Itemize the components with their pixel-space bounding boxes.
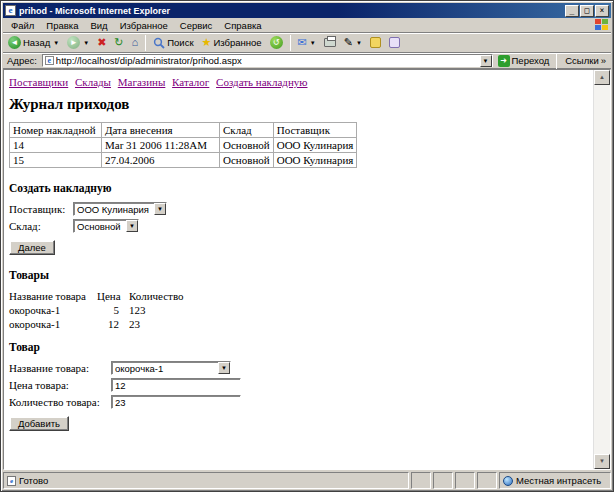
journal-header-row: Номер накладной Дата внесения Склад Пост… (10, 123, 357, 138)
links-chevron-icon: » (601, 55, 606, 66)
edit-button[interactable]: ✎ ▼ (341, 35, 365, 50)
status-text: Готово (19, 475, 48, 486)
messenger-button[interactable] (367, 36, 384, 49)
chevron-down-icon[interactable]: ▼ (154, 203, 166, 215)
print-icon (324, 38, 336, 47)
address-dropdown-icon[interactable]: ▼ (480, 55, 492, 67)
page-nav-links: Поставщики Склады Магазины Каталог Созда… (9, 76, 593, 88)
menu-favorites[interactable]: Избранное (114, 19, 174, 32)
address-field: e ▼ (42, 54, 493, 67)
forward-button[interactable]: ► ▼ (64, 35, 92, 50)
intranet-globe-icon (503, 476, 513, 486)
go-arrow-icon: ➜ (498, 55, 510, 67)
add-button[interactable]: Добавить (9, 416, 69, 431)
warehouse-select-value: Основной (74, 221, 126, 232)
mail-icon: ✉ (298, 36, 307, 49)
status-pane (411, 472, 431, 489)
refresh-icon: ↻ (114, 36, 123, 49)
status-bar: e Готово Местная интрасеть (3, 470, 611, 489)
table-row: 14 Mar 31 2006 11:28AM Основной ООО Кули… (10, 138, 357, 153)
content-area: Поставщики Склады Магазины Каталог Созда… (3, 69, 611, 470)
windows-logo-icon (595, 19, 608, 31)
table-row: 15 27.04.2006 Основной ООО Кулинария (10, 153, 357, 168)
status-ready-pane: e Готово (3, 472, 409, 489)
nav-link-shops[interactable]: Магазины (118, 76, 166, 88)
print-button[interactable] (321, 37, 339, 48)
nav-link-create-invoice[interactable]: Создать накладную (216, 76, 307, 88)
vertical-scrollbar[interactable]: ▲ ▼ (593, 70, 610, 469)
scroll-down-icon[interactable]: ▼ (594, 454, 610, 469)
discuss-button[interactable] (386, 36, 403, 49)
back-icon: ◄ (8, 36, 21, 49)
edit-dropdown-icon[interactable]: ▼ (356, 40, 362, 46)
chevron-down-icon[interactable]: ▼ (126, 220, 138, 232)
back-label: Назад (23, 37, 50, 48)
document-icon: e (7, 476, 16, 486)
toolbar: ◄ Назад ▼ ► ▼ ✖ ↻ ⌂ Поиск ★ Избранное ↺ (3, 33, 611, 53)
nav-link-suppliers[interactable]: Поставщики (9, 76, 68, 88)
status-pane (433, 472, 453, 489)
close-button[interactable]: × (595, 5, 609, 17)
links-button[interactable]: Ссылки » (562, 55, 609, 66)
mail-dropdown-icon[interactable]: ▼ (310, 40, 316, 46)
menu-help[interactable]: Справка (218, 19, 267, 32)
search-button[interactable]: Поиск (150, 36, 196, 50)
products-col-qty: Количество (129, 289, 199, 303)
products-col-name: Название товара (9, 289, 97, 303)
table-row: окорочка-1 5 123 (9, 303, 199, 317)
supplier-select-value: ООО Кулинария (74, 204, 154, 215)
menu-tools[interactable]: Сервис (174, 19, 219, 32)
product-qty-input[interactable] (111, 395, 241, 409)
go-button[interactable]: ➜ Переход (496, 55, 552, 67)
title-bar: e prihod - Microsoft Internet Explorer _… (3, 3, 611, 18)
favorites-star-icon: ★ (202, 36, 212, 49)
products-col-price: Цена (97, 289, 129, 303)
menu-edit[interactable]: Правка (40, 19, 84, 32)
journal-col-supplier: Поставщик (273, 123, 357, 138)
product-price-input[interactable] (111, 378, 241, 392)
product-name-select[interactable]: окорочка-1 ▼ (111, 361, 231, 375)
supplier-select[interactable]: ООО Кулинария ▼ (73, 202, 167, 216)
warehouse-row: Склад: Основной ▼ (9, 219, 593, 233)
edit-icon: ✎ (344, 36, 353, 49)
messenger-icon (370, 37, 381, 48)
mail-button[interactable]: ✉ ▼ (295, 35, 319, 50)
address-input[interactable] (56, 55, 480, 66)
history-button[interactable]: ↺ (267, 35, 286, 50)
address-bar: Адрес: e ▼ ➜ Переход Ссылки » (3, 53, 611, 69)
journal-table: Номер накладной Дата внесения Склад Пост… (9, 122, 357, 168)
back-dropdown-icon[interactable]: ▼ (53, 40, 59, 46)
supplier-row: Поставщик: ООО Кулинария ▼ (9, 202, 593, 216)
table-row: окорочка-1 12 23 (9, 317, 199, 331)
refresh-button[interactable]: ↻ (111, 35, 126, 50)
status-pane (477, 472, 497, 489)
forward-dropdown-icon[interactable]: ▼ (83, 40, 89, 46)
warehouse-select[interactable]: Основной ▼ (73, 219, 139, 233)
nav-link-warehouses[interactable]: Склады (75, 76, 111, 88)
maximize-button[interactable]: □ (580, 5, 594, 17)
product-price-row: Цена товара: (9, 378, 593, 392)
product-qty-label: Количество товара: (9, 396, 111, 408)
favorites-button[interactable]: ★ Избранное (199, 35, 265, 50)
search-icon (153, 37, 165, 49)
browser-window: e prihod - Microsoft Internet Explorer _… (0, 0, 614, 492)
favorites-label: Избранное (213, 37, 261, 48)
addressbar-separator (556, 53, 557, 69)
search-label: Поиск (167, 37, 193, 48)
product-qty-row: Количество товара: (9, 395, 593, 409)
scroll-up-icon[interactable]: ▲ (594, 70, 610, 85)
back-button[interactable]: ◄ Назад ▼ (5, 35, 62, 50)
security-zone-label: Местная интрасеть (516, 475, 601, 486)
chevron-down-icon[interactable]: ▼ (218, 362, 230, 374)
product-name-row: Название товара: окорочка-1 ▼ (9, 361, 593, 375)
stop-button[interactable]: ✖ (94, 35, 109, 50)
go-label: Переход (512, 55, 550, 66)
menu-view[interactable]: Вид (84, 19, 113, 32)
home-button[interactable]: ⌂ (129, 35, 142, 50)
menu-file[interactable]: Файл (5, 19, 40, 32)
minimize-button[interactable]: _ (565, 5, 579, 17)
next-button[interactable]: Далее (9, 240, 55, 255)
nav-link-catalog[interactable]: Каталог (172, 76, 209, 88)
menu-bar: Файл Правка Вид Избранное Сервис Справка (3, 18, 611, 33)
web-page: Поставщики Склады Магазины Каталог Созда… (4, 70, 593, 469)
